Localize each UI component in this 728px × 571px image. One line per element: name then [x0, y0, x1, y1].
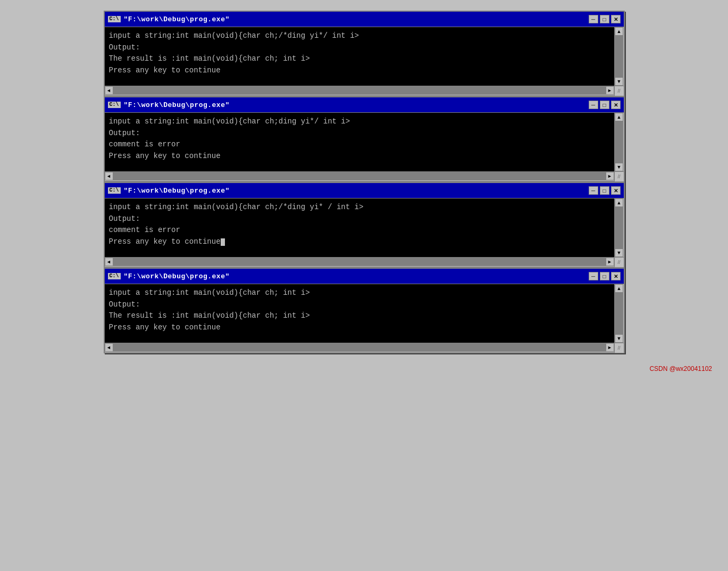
console-line-1-2: Output:: [109, 42, 610, 54]
console-window-4: C:\"F:\work\Debug\prog.exe"─□✕input a st…: [104, 268, 625, 353]
console-line-3-2: Output:: [109, 213, 610, 225]
scroll-track-v-1: [615, 36, 623, 77]
minimize-button-3[interactable]: ─: [589, 186, 598, 195]
scroll-track-v-2: [615, 121, 623, 163]
console-line-1-4: Press any key to continue: [109, 65, 610, 77]
close-button-3[interactable]: ✕: [611, 186, 621, 195]
console-line-2-1: input a string:int main(void){char ch;di…: [109, 116, 610, 128]
console-window-3: C:\"F:\work\Debug\prog.exe"─□✕input a st…: [104, 182, 625, 268]
scroll-up-3[interactable]: ▲: [615, 198, 623, 207]
window-icon-3: C:\: [108, 187, 121, 194]
restore-button-1[interactable]: □: [600, 15, 609, 23]
scroll-left-2[interactable]: ◄: [105, 172, 113, 180]
watermark: CSDN @wx20041102: [11, 365, 717, 373]
window-title-3: "F:\work\Debug\prog.exe": [124, 187, 230, 195]
console-line-3-1: input a string:int main(void){char ch;/*…: [109, 202, 610, 213]
console-line-3-4: Press any key to continue: [109, 236, 610, 248]
scroll-up-1[interactable]: ▲: [615, 27, 623, 36]
console-content-1: input a string:int main(void){char ch;/*…: [105, 27, 614, 86]
scroll-track-h-3: [113, 258, 606, 266]
console-line-3-3: comment is error: [109, 225, 610, 236]
scroll-track-v-4: [615, 293, 623, 334]
restore-button-3[interactable]: □: [600, 186, 609, 195]
scroll-down-1[interactable]: ▼: [615, 77, 623, 86]
window-title-4: "F:\work\Debug\prog.exe": [124, 272, 230, 280]
scroll-up-2[interactable]: ▲: [615, 113, 623, 121]
window-icon-4: C:\: [108, 273, 121, 279]
scroll-track-h-2: [113, 172, 606, 180]
scroll-track-h-4: [113, 343, 606, 352]
console-line-4-3: The result is :int main(void){char ch; i…: [109, 310, 610, 322]
scroll-right-1[interactable]: ►: [606, 86, 614, 95]
scroll-left-3[interactable]: ◄: [105, 258, 113, 266]
console-line-1-3: The result is :int main(void){char ch; i…: [109, 53, 610, 65]
cursor: [221, 238, 225, 246]
console-window-1: C:\"F:\work\Debug\prog.exe"─□✕input a st…: [104, 11, 625, 96]
console-line-4-1: input a string:int main(void){char ch; i…: [109, 287, 610, 299]
window-title-2: "F:\work\Debug\prog.exe": [124, 101, 230, 109]
scroll-left-4[interactable]: ◄: [105, 343, 113, 352]
scroll-right-3[interactable]: ►: [606, 258, 614, 266]
scroll-corner-3: //: [614, 258, 624, 267]
scroll-down-3[interactable]: ▼: [615, 249, 623, 257]
minimize-button-4[interactable]: ─: [589, 272, 598, 280]
console-content-3: input a string:int main(void){char ch;/*…: [105, 198, 614, 257]
console-content-2: input a string:int main(void){char ch;di…: [105, 113, 614, 171]
close-button-2[interactable]: ✕: [611, 101, 621, 109]
console-window-2: C:\"F:\work\Debug\prog.exe"─□✕input a st…: [104, 96, 625, 182]
scroll-corner-4: //: [614, 343, 624, 353]
scroll-up-4[interactable]: ▲: [615, 284, 623, 293]
restore-button-4[interactable]: □: [600, 272, 609, 280]
minimize-button-2[interactable]: ─: [589, 101, 598, 109]
console-content-4: input a string:int main(void){char ch; i…: [105, 284, 614, 343]
restore-button-2[interactable]: □: [600, 101, 609, 109]
scroll-track-h-1: [113, 86, 606, 95]
scroll-down-4[interactable]: ▼: [615, 334, 623, 343]
console-line-1-1: input a string:int main(void){char ch;/*…: [109, 30, 610, 42]
scroll-track-v-3: [615, 207, 623, 249]
scroll-corner-2: //: [614, 172, 624, 181]
console-line-4-2: Output:: [109, 299, 610, 311]
close-button-1[interactable]: ✕: [611, 15, 621, 23]
minimize-button-1[interactable]: ─: [589, 15, 598, 23]
scroll-left-1[interactable]: ◄: [105, 86, 113, 95]
window-icon-2: C:\: [108, 102, 121, 108]
scroll-down-2[interactable]: ▼: [615, 163, 623, 171]
window-icon-1: C:\: [108, 16, 121, 22]
scroll-right-4[interactable]: ►: [606, 343, 614, 352]
scroll-corner-1: //: [614, 86, 624, 96]
console-line-4-4: Press any key to continue: [109, 322, 610, 334]
scroll-right-2[interactable]: ►: [606, 172, 614, 180]
console-line-2-2: Output:: [109, 128, 610, 139]
console-line-2-3: comment is error: [109, 139, 610, 151]
close-button-4[interactable]: ✕: [611, 272, 621, 280]
console-line-2-4: Press any key to continue: [109, 151, 610, 162]
window-title-1: "F:\work\Debug\prog.exe": [124, 15, 230, 23]
